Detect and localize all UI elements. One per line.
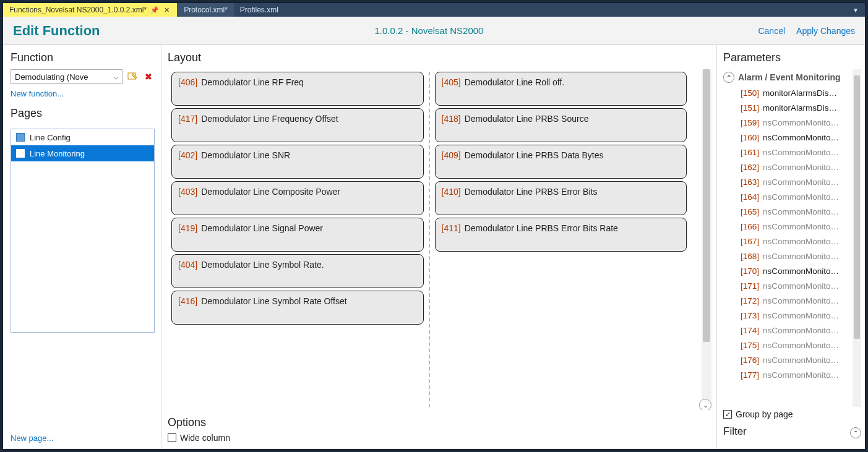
param-id: [161] xyxy=(741,148,759,157)
new-function-link[interactable]: New function... xyxy=(11,89,155,98)
layout-column-2[interactable]: [405]Demodulator Line Roll off.[418]Demo… xyxy=(431,69,691,410)
layout-block[interactable]: [417]Demodulator Line Frequency Offset xyxy=(171,108,424,142)
expand-filter-icon[interactable]: ⌃ xyxy=(850,427,861,438)
parameter-item[interactable]: [163]nsCommonMonito… xyxy=(741,174,850,189)
page-item[interactable]: Line Config xyxy=(11,129,154,145)
tabstrip: Functions_Novelsat NS2000_1.0.0.2.xml* 📌… xyxy=(3,3,865,17)
layout-block[interactable]: [402]Demodulator Line SNR xyxy=(171,145,424,179)
param-name: Demodulator Line RF Freq xyxy=(201,77,304,87)
delete-function-icon[interactable]: ✖ xyxy=(142,70,155,83)
layout-scrollbar[interactable] xyxy=(702,69,711,410)
param-name: Demodulator Line SNR xyxy=(201,150,290,160)
wide-column-label: Wide column xyxy=(180,433,230,443)
parameter-item[interactable]: [166]nsCommonMonito… xyxy=(741,219,850,234)
pin-icon[interactable]: 📌 xyxy=(150,6,159,14)
parameter-item[interactable]: [176]nsCommonMonito… xyxy=(741,352,850,367)
parameter-item[interactable]: [168]nsCommonMonito… xyxy=(741,249,850,263)
layout-column-1[interactable]: [406]Demodulator Line RF Freq[417]Demodu… xyxy=(168,69,428,410)
function-select[interactable]: Demodulating (Nove xyxy=(11,69,122,84)
param-name: Demodulator Line Frequency Offset xyxy=(201,114,338,124)
parameter-item[interactable]: [173]nsCommonMonito… xyxy=(741,308,850,323)
page-title: Edit Function xyxy=(13,23,100,39)
tab-functions-xml[interactable]: Functions_Novelsat NS2000_1.0.0.2.xml* 📌… xyxy=(3,3,177,17)
header: Edit Function 1.0.0.2 - Novelsat NS2000 … xyxy=(3,17,865,45)
param-id: [418] xyxy=(442,114,461,124)
page-item[interactable]: Line Monitoring xyxy=(11,145,154,161)
param-id: [409] xyxy=(442,150,461,160)
param-id: [411] xyxy=(442,223,461,233)
parameters-list: ⌃ Alarm / Event Monitoring [150]monitorA… xyxy=(723,69,850,407)
parameter-item[interactable]: [175]nsCommonMonito… xyxy=(741,338,850,352)
chevron-up-icon[interactable]: ⌃ xyxy=(723,72,734,83)
scrollbar-thumb[interactable] xyxy=(703,69,710,342)
edit-function-icon[interactable] xyxy=(126,70,139,83)
expand-options-icon[interactable]: ⌄ xyxy=(699,399,711,410)
parameter-item[interactable]: [171]nsCommonMonito… xyxy=(741,278,850,293)
layout-block[interactable]: [419]Demodulator Line Signal Power xyxy=(171,218,424,252)
parameter-item[interactable]: [160]nsCommonMonito… xyxy=(741,130,850,145)
options-panel: Options Wide column xyxy=(168,414,711,443)
layout-block[interactable]: [409]Demodulator Line PRBS Data Bytes xyxy=(435,145,687,179)
parameter-item[interactable]: [167]nsCommonMonito… xyxy=(741,234,850,249)
param-name: Demodulator Line PRBS Error Bits Rate xyxy=(465,223,618,233)
parameter-item[interactable]: [164]nsCommonMonito… xyxy=(741,189,850,204)
parameter-item[interactable]: [174]nsCommonMonito… xyxy=(741,323,850,338)
layout-block[interactable]: [410]Demodulator Line PRBS Error Bits xyxy=(435,181,687,215)
tab-protocol-xml[interactable]: Protocol.xml* xyxy=(178,3,234,17)
parameter-group-header[interactable]: ⌃ Alarm / Event Monitoring xyxy=(723,69,850,85)
param-id: [176] xyxy=(741,356,759,365)
wide-column-checkbox[interactable] xyxy=(168,433,176,442)
param-name: nsCommonMonito… xyxy=(763,296,839,305)
page-icon xyxy=(16,149,25,158)
cancel-button[interactable]: Cancel xyxy=(758,26,785,36)
param-id: [410] xyxy=(442,187,461,197)
group-by-page-checkbox[interactable]: ✓ xyxy=(723,410,732,419)
param-id: [164] xyxy=(741,192,759,202)
parameter-item[interactable]: [172]nsCommonMonito… xyxy=(741,293,850,308)
param-name: nsCommonMonito… xyxy=(763,118,839,127)
param-name: nsCommonMonito… xyxy=(763,207,839,216)
param-name: nsCommonMonito… xyxy=(763,370,839,380)
tabstrip-menu-icon[interactable]: ▼ xyxy=(846,7,865,14)
new-page-link[interactable]: New page... xyxy=(11,433,155,443)
param-id: [167] xyxy=(741,237,759,246)
group-by-page-row[interactable]: ✓ Group by page xyxy=(723,409,861,419)
param-name: monitorAlarmsDis… xyxy=(763,88,837,98)
param-id: [168] xyxy=(741,252,759,261)
layout-area: [406]Demodulator Line RF Freq[417]Demodu… xyxy=(168,69,711,410)
layout-block[interactable]: [405]Demodulator Line Roll off. xyxy=(435,72,687,106)
header-subtitle: 1.0.0.2 - Novelsat NS2000 xyxy=(100,25,758,36)
page-label: Line Config xyxy=(30,133,71,142)
tab-label: Functions_Novelsat NS2000_1.0.0.2.xml* xyxy=(9,6,147,14)
parameter-item[interactable]: [177]nsCommonMonito… xyxy=(741,367,850,382)
tab-profiles-xml[interactable]: Profiles.xml xyxy=(234,3,285,17)
parameter-item[interactable]: [161]nsCommonMonito… xyxy=(741,145,850,160)
apply-changes-button[interactable]: Apply Changes xyxy=(796,26,855,36)
layout-block[interactable]: [416]Demodulator Line Symbol Rate Offset xyxy=(171,291,424,325)
layout-block[interactable]: [406]Demodulator Line RF Freq xyxy=(171,72,424,106)
parameter-item[interactable]: [159]nsCommonMonito… xyxy=(741,115,850,130)
parameter-item[interactable]: [170]nsCommonMonito… xyxy=(741,263,850,278)
layout-block[interactable]: [404]Demodulator Line Symbol Rate. xyxy=(171,254,424,288)
close-icon[interactable]: ✕ xyxy=(163,6,171,14)
param-id: [175] xyxy=(741,341,759,350)
parameter-item[interactable]: [162]nsCommonMonito… xyxy=(741,160,850,174)
layout-block[interactable]: [411]Demodulator Line PRBS Error Bits Ra… xyxy=(435,218,687,252)
scrollbar-thumb[interactable] xyxy=(854,75,860,339)
parameters-scrollbar[interactable] xyxy=(853,69,861,407)
body: Function Demodulating (Nove ✖ New functi… xyxy=(3,45,865,449)
param-name: nsCommonMonito… xyxy=(763,311,839,320)
param-id: [404] xyxy=(178,260,197,270)
param-id: [172] xyxy=(741,296,759,305)
layout-block[interactable]: [403]Demodulator Line Composite Power xyxy=(171,181,424,215)
layout-block[interactable]: [418]Demodulator Line PRBS Source xyxy=(435,108,687,142)
header-actions: Cancel Apply Changes xyxy=(758,26,855,36)
layout-panel: Layout [406]Demodulator Line RF Freq[417… xyxy=(161,45,716,449)
pages-heading: Pages xyxy=(11,107,155,120)
wide-column-checkbox-row[interactable]: Wide column xyxy=(168,433,711,443)
param-id: [171] xyxy=(741,281,759,291)
parameter-item[interactable]: [151]monitorAlarmsDis… xyxy=(741,100,850,115)
parameter-item[interactable]: [150]monitorAlarmsDis… xyxy=(741,85,850,100)
param-name: nsCommonMonito… xyxy=(763,341,839,350)
parameter-item[interactable]: [165]nsCommonMonito… xyxy=(741,204,850,219)
